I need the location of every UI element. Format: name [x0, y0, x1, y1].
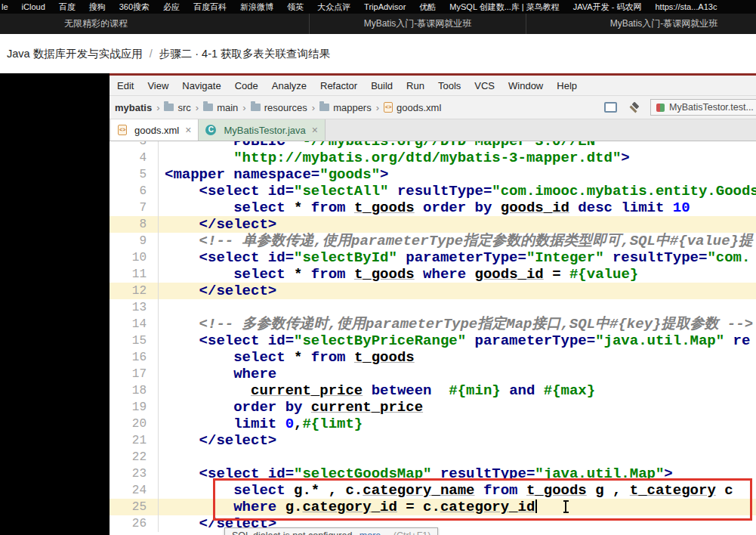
build-hammer-icon[interactable] — [628, 101, 640, 113]
code-token: "java.util.Map" — [595, 332, 724, 349]
code-line[interactable]: 25 where g.category_id = c.category_id — [110, 499, 756, 515]
browser-tab[interactable]: MyBatis入门-慕课网就业班 — [310, 14, 526, 34]
code-line[interactable]: 15 <select id="selectByPriceRange" param… — [110, 332, 756, 349]
code-token — [613, 199, 621, 216]
code-line[interactable]: 17 where — [110, 366, 756, 382]
run-config-select[interactable]: MyBatisTestor.test... — [650, 99, 756, 116]
code-token: #{limt} — [302, 416, 363, 432]
bookmark-item[interactable]: 百度 — [59, 2, 76, 13]
editor-preview-icon[interactable] — [604, 102, 617, 113]
breadcrumb-item-goods-xml[interactable]: goods.xml — [384, 102, 441, 113]
menu-run[interactable]: Run — [400, 80, 431, 91]
code-token: </select> — [199, 283, 277, 299]
code-line[interactable]: 5<mapper namespace="goods"> — [110, 166, 756, 183]
bookmark-item[interactable]: JAVA开发 - 码农网 — [573, 2, 642, 13]
code-token: where — [233, 366, 276, 382]
code-token — [345, 199, 353, 216]
main-area: EditViewNavigateCodeAnalyzeRefactorBuild… — [0, 73, 756, 535]
code-text: current_price between #{min} and #{max} — [159, 382, 595, 399]
code-token — [165, 316, 199, 332]
code-token: = — [285, 465, 294, 482]
code-token: id — [268, 465, 285, 482]
code-line[interactable]: 18 current_price between #{min} and #{ma… — [110, 382, 756, 399]
menu-refactor[interactable]: Refactor — [313, 80, 364, 91]
code-line[interactable]: 4 "http://mybatis.org/dtd/mybatis-3-mapp… — [110, 150, 756, 166]
bookmark-item[interactable]: 新浪微博 — [240, 2, 273, 13]
code-line[interactable]: 21 </select> — [110, 432, 756, 449]
bookmark-item[interactable]: 必应 — [163, 2, 180, 13]
code-line[interactable]: 23 <select id="selectGoodsMap" resultTyp… — [110, 465, 756, 482]
browser-tab[interactable]: MyBatis入门-慕课网就业班 — [526, 14, 756, 34]
breadcrumb-label: mybatis — [115, 102, 152, 113]
code-line[interactable]: 14 <!-- 多参数传递时,使用parameterType指定Map接口,SQ… — [110, 316, 756, 332]
menu-window[interactable]: Window — [501, 80, 550, 91]
code-token: between — [372, 382, 432, 399]
code-text: <select id="selectById" parameterType="I… — [159, 249, 750, 266]
code-line[interactable]: 24 select g.* , c.category_name from t_g… — [110, 482, 756, 499]
editor[interactable]: 3 PUBLIC "-//mybatis.org//DTD Mapper 3.0… — [110, 141, 756, 535]
menu-edit[interactable]: Edit — [110, 80, 140, 91]
menu-navigate[interactable]: Navigate — [175, 80, 227, 91]
code-token: <select — [199, 465, 268, 482]
code-token — [165, 199, 233, 216]
code-line[interactable]: 20 limit 0,#{limt} — [110, 416, 756, 432]
code-line[interactable]: 19 order by current_price — [110, 399, 756, 416]
menu-code[interactable]: Code — [228, 80, 265, 91]
code-line[interactable]: 10 <select id="selectById" parameterType… — [110, 249, 756, 266]
code-line[interactable]: 8 </select> — [110, 216, 756, 233]
line-number: 7 — [110, 199, 159, 216]
bookmark-item[interactable]: 百度百科 — [193, 2, 227, 13]
code-token: <select — [199, 249, 268, 266]
code-token: = — [587, 332, 595, 349]
menu-build[interactable]: Build — [364, 80, 400, 91]
code-line[interactable]: 11 select * from t_goods where goods_id … — [110, 266, 756, 283]
tooltip-shortcut: (Ctrl+F1) — [393, 530, 431, 535]
code-token: category_id — [302, 499, 397, 515]
code-line[interactable]: 12 </select> — [110, 283, 756, 299]
close-tab-icon[interactable]: × — [185, 125, 191, 135]
menu-tools[interactable]: Tools — [431, 80, 467, 91]
bookmark-item[interactable]: TripAdvisor — [364, 2, 406, 11]
line-number: 14 — [110, 316, 159, 332]
code-token: = c. — [397, 499, 440, 515]
bookmark-item[interactable]: iCloud — [22, 2, 45, 11]
bookmark-item[interactable]: https://sta...A13c — [655, 2, 717, 11]
browser-tab-title: 无限精彩的课程 — [64, 17, 128, 30]
code-line[interactable]: 22 — [110, 449, 756, 465]
menu-analyze[interactable]: Analyze — [265, 80, 313, 91]
bookmark-item[interactable]: 搜狗 — [89, 2, 106, 13]
breadcrumb-item-mappers[interactable]: mappers — [319, 102, 372, 113]
code-token — [165, 283, 199, 299]
browser-tab-title: MyBatis入门-慕课网就业班 — [364, 17, 472, 30]
tooltip-more-link[interactable]: more... — [359, 530, 389, 535]
bookmark-item[interactable]: MySQL 创建数...库 | 菜鸟教程 — [449, 2, 559, 13]
close-tab-icon[interactable]: × — [312, 125, 318, 135]
browser-tab[interactable]: 无限精彩的课程 — [0, 14, 310, 34]
bookmark-item[interactable]: 大众点评 — [317, 2, 350, 13]
menu-help[interactable]: Help — [550, 80, 584, 91]
menu-vcs[interactable]: VCS — [467, 80, 501, 91]
code-line[interactable]: 9 <!-- 单参数传递,使用parameterType指定参数的数据类型即可,… — [110, 233, 756, 249]
menu-view[interactable]: View — [140, 80, 175, 91]
code-line[interactable]: 3 PUBLIC "-//mybatis.org//DTD Mapper 3.0… — [110, 141, 756, 150]
code-token: current_price — [251, 382, 363, 399]
bookmark-item[interactable]: 360搜索 — [119, 2, 150, 13]
breadcrumb-item-resources[interactable]: resources — [251, 102, 307, 113]
code-token: t_goods — [526, 482, 587, 499]
breadcrumb-item-main[interactable]: main — [203, 102, 238, 113]
code-line[interactable]: 13 — [110, 299, 756, 316]
code-line[interactable]: 6 <select id="selectAll" resultType="com… — [110, 183, 756, 199]
editor-tab[interactable]: CMyBatisTestor.java× — [199, 119, 326, 141]
ide-window: EditViewNavigateCodeAnalyzeRefactorBuild… — [110, 73, 756, 535]
code-token — [165, 382, 251, 399]
code-line[interactable]: 16 select * from t_goods — [110, 349, 756, 366]
breadcrumb-item-src[interactable]: src — [164, 102, 190, 113]
breadcrumb-item-mybatis[interactable]: mybatis — [115, 102, 152, 113]
code-token — [345, 266, 353, 283]
bookmarks-bar: leiCloud百度搜狗360搜索必应百度百科新浪微博领英大众点评TripAdv… — [0, 0, 756, 14]
bookmark-item[interactable]: 优酷 — [419, 2, 436, 13]
bookmark-item[interactable]: 领英 — [287, 2, 304, 13]
code-line[interactable]: 7 select * from t_goods order by goods_i… — [110, 199, 756, 216]
bookmark-item[interactable]: le — [2, 2, 8, 11]
editor-tab[interactable]: goods.xml× — [111, 119, 199, 141]
